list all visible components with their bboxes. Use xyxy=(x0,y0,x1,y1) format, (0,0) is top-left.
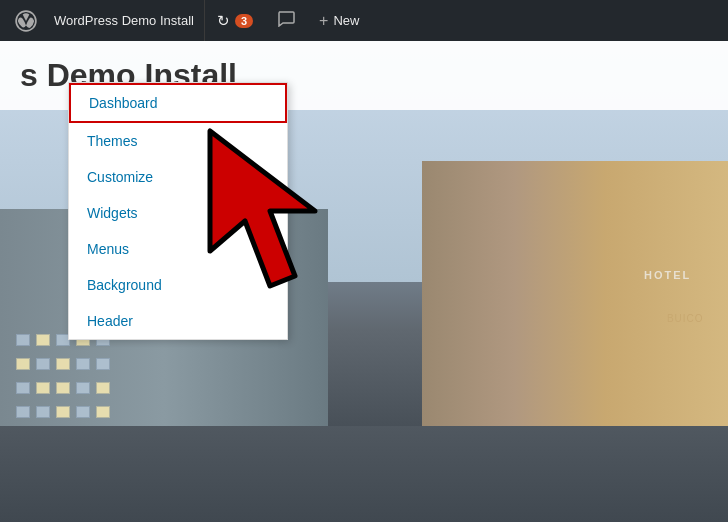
dropdown-item-themes[interactable]: Themes xyxy=(69,123,287,159)
dropdown-item-header[interactable]: Header xyxy=(69,303,287,339)
dropdown-item-customize[interactable]: Customize xyxy=(69,159,287,195)
updates-button[interactable]: ↻ 3 xyxy=(205,0,265,41)
comments-button[interactable] xyxy=(265,0,307,41)
appearance-dropdown: Dashboard Themes Customize Widgets Menus… xyxy=(68,82,288,340)
dropdown-item-dashboard[interactable]: Dashboard xyxy=(69,83,287,123)
wp-logo[interactable] xyxy=(8,0,44,41)
hotel-sign2: BUICO xyxy=(667,313,704,324)
comments-icon xyxy=(277,11,295,30)
dropdown-item-background[interactable]: Background xyxy=(69,267,287,303)
site-name[interactable]: WordPress Demo Install xyxy=(44,0,205,41)
updates-icon: ↻ xyxy=(217,12,230,30)
dropdown-item-menus[interactable]: Menus xyxy=(69,231,287,267)
update-count: 3 xyxy=(235,14,253,28)
plus-icon: + xyxy=(319,12,328,30)
street xyxy=(0,426,728,522)
dropdown-item-widgets[interactable]: Widgets xyxy=(69,195,287,231)
admin-bar: WordPress Demo Install ↻ 3 + New xyxy=(0,0,728,41)
hotel-sign: HOTEL xyxy=(644,269,691,281)
main-content: HOTEL BUICO s Demo Install Dashboard The… xyxy=(0,41,728,522)
new-content-button[interactable]: + New xyxy=(307,0,371,41)
